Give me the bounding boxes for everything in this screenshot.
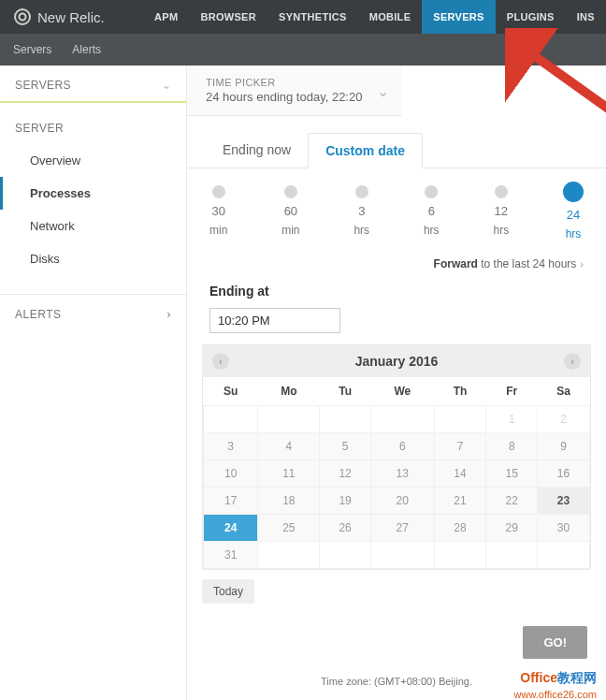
calendar-day[interactable]: 6 [370, 433, 434, 460]
calendar-day[interactable]: 17 [204, 488, 258, 515]
calendar-day[interactable]: 25 [258, 515, 320, 542]
calendar-day[interactable]: 7 [434, 433, 486, 460]
range-option-12hrs[interactable]: 12hrs [493, 185, 509, 241]
calendar-day[interactable]: 3 [204, 433, 258, 460]
calendar-header: ‹ January 2016 › [203, 345, 590, 377]
calendar-day [434, 542, 486, 569]
calendar-day[interactable]: 12 [320, 460, 371, 488]
calendar-day[interactable]: 13 [370, 460, 434, 488]
ending-at-label: Ending at [187, 278, 606, 302]
sidebar-item-network[interactable]: Network [0, 210, 186, 242]
forward-bold: Forward [434, 257, 478, 270]
time-picker-value: 24 hours ending today, 22:20 [206, 90, 383, 104]
weekday-header: Fr [486, 377, 538, 406]
weekday-header: Su [204, 377, 258, 406]
forward-link[interactable]: Forward to the last 24 hours› [187, 250, 606, 278]
calendar-grid: SuMoTuWeThFrSa 1234567891011121314151617… [203, 377, 590, 569]
calendar-day[interactable]: 9 [538, 433, 590, 460]
calendar-day[interactable]: 29 [486, 515, 538, 542]
calendar-day[interactable]: 27 [370, 515, 434, 542]
sidebar-servers-header[interactable]: SERVERS ⌄ [0, 66, 186, 103]
calendar-day[interactable]: 19 [320, 488, 371, 515]
range-dot-icon [284, 185, 297, 198]
sidebar-alerts-label: ALERTS [15, 308, 61, 321]
nav-apm[interactable]: APM [143, 0, 189, 34]
calendar-day[interactable]: 24 [204, 515, 258, 542]
ending-at-input[interactable] [209, 308, 340, 333]
time-picker-tabs: Ending now Custom date [187, 133, 606, 168]
calendar-day [538, 542, 590, 569]
calendar-day[interactable]: 23 [538, 488, 590, 515]
forward-rest: to the last 24 hours [478, 257, 576, 270]
calendar-day[interactable]: 30 [538, 515, 590, 542]
today-button[interactable]: Today [202, 579, 254, 604]
subnav-servers[interactable]: Servers [13, 43, 51, 56]
range-option-6hrs[interactable]: 6hrs [424, 185, 440, 241]
brand-text: New Relic. [37, 9, 105, 25]
nav-ins[interactable]: INS [566, 0, 606, 34]
calendar-day[interactable]: 11 [258, 460, 320, 488]
range-options: 30min60min3hrs6hrs12hrs24hrs [187, 168, 606, 250]
nav-items: APM BROWSER SYNTHETICS MOBILE SERVERS PL… [143, 0, 606, 34]
calendar-day [320, 406, 371, 433]
tab-ending-now[interactable]: Ending now [206, 133, 308, 168]
sidebar-alerts[interactable]: ALERTS › [0, 294, 186, 334]
nav-servers[interactable]: SERVERS [422, 0, 495, 34]
calendar-day[interactable]: 14 [434, 460, 486, 488]
calendar-day[interactable]: 31 [204, 542, 258, 569]
range-option-24hrs[interactable]: 24hrs [563, 185, 584, 241]
calendar-day [258, 406, 320, 433]
calendar-day[interactable]: 21 [434, 488, 486, 515]
range-dot-icon [212, 185, 225, 198]
calendar-day[interactable]: 28 [434, 515, 486, 542]
calendar-next-button[interactable]: › [564, 353, 581, 370]
nav-synthetics[interactable]: SYNTHETICS [267, 0, 358, 34]
calendar-day [486, 542, 538, 569]
calendar-day[interactable]: 16 [538, 460, 590, 488]
sidebar-section-server: SERVER [0, 103, 186, 144]
range-option-3hrs[interactable]: 3hrs [354, 185, 369, 241]
newrelic-logo-icon [13, 7, 32, 26]
sidebar: SERVERS ⌄ SERVER Overview Processes Netw… [0, 66, 187, 700]
main-panel: TIME PICKER 24 hours ending today, 22:20… [187, 66, 606, 700]
svg-point-1 [20, 14, 26, 21]
calendar-day[interactable]: 5 [320, 433, 371, 460]
calendar-day[interactable]: 2 [538, 406, 590, 433]
nav-plugins[interactable]: PLUGINS [496, 0, 566, 34]
go-button[interactable]: GO! [523, 626, 587, 659]
weekday-header: We [370, 377, 434, 406]
sidebar-item-disks[interactable]: Disks [0, 242, 186, 275]
time-picker-toggle[interactable]: TIME PICKER 24 hours ending today, 22:20… [187, 66, 402, 116]
range-option-30min[interactable]: 30min [209, 185, 227, 241]
chevron-right-icon: › [167, 308, 172, 321]
svg-point-0 [15, 9, 30, 24]
calendar-day[interactable]: 4 [258, 433, 320, 460]
range-option-60min[interactable]: 60min [281, 185, 299, 241]
calendar-day [370, 542, 434, 569]
calendar-day[interactable]: 20 [370, 488, 434, 515]
subnav-alerts[interactable]: Alerts [72, 43, 101, 56]
calendar-day[interactable]: 15 [486, 460, 538, 488]
weekday-header: Tu [320, 377, 371, 406]
chevron-right-icon: › [580, 258, 584, 270]
chevron-down-icon: ⌄ [162, 79, 171, 92]
calendar-day[interactable]: 26 [320, 515, 371, 542]
weekday-header: Th [434, 377, 486, 406]
calendar-day[interactable]: 22 [486, 488, 538, 515]
sidebar-header-label: SERVERS [15, 79, 71, 92]
tab-custom-date[interactable]: Custom date [308, 133, 423, 168]
top-navbar: New Relic. APM BROWSER SYNTHETICS MOBILE… [0, 0, 606, 34]
calendar-day[interactable]: 8 [486, 433, 538, 460]
sidebar-item-overview[interactable]: Overview [0, 144, 186, 177]
brand: New Relic. [0, 7, 118, 26]
calendar-day[interactable]: 1 [486, 406, 538, 433]
nav-mobile[interactable]: MOBILE [358, 0, 423, 34]
sidebar-item-processes[interactable]: Processes [0, 177, 186, 210]
watermark-url: www.office26.com [514, 689, 597, 700]
calendar-day [258, 542, 320, 569]
calendar-day[interactable]: 10 [204, 460, 258, 488]
calendar-prev-button[interactable]: ‹ [212, 353, 229, 370]
range-dot-icon [355, 185, 368, 198]
calendar-day[interactable]: 18 [258, 488, 320, 515]
nav-browser[interactable]: BROWSER [189, 0, 267, 34]
